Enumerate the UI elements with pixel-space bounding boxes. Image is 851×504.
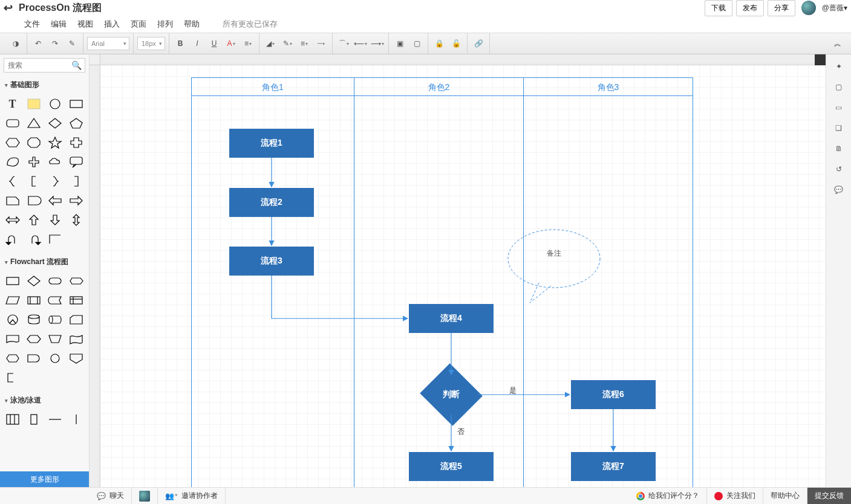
shape-callout[interactable] [67,153,86,171]
shape-plus[interactable] [24,153,44,171]
back-icon[interactable]: ↩ [4,1,13,15]
line-style-icon[interactable]: ┄ [314,36,328,51]
menu-view[interactable]: 视图 [77,19,93,30]
sl-lane-v[interactable] [24,410,44,428]
sl-sep-h[interactable] [45,410,65,428]
fc-stored[interactable] [45,291,65,309]
shape-brace-r[interactable] [45,172,65,190]
fc-direct[interactable] [45,311,65,329]
comment-icon[interactable]: 💬 [833,184,845,196]
page-icon[interactable]: 🗎 [833,143,845,155]
swimlane-3-header[interactable]: 角色3 [524,78,693,96]
more-shapes-button[interactable]: 更多图形 [0,471,89,487]
menu-arrange[interactable]: 排列 [157,19,173,30]
layers-icon[interactable]: ❏ [833,122,845,134]
shape-triangle[interactable] [24,114,44,132]
shape-arrow-ud[interactable] [67,211,86,229]
bold-icon[interactable]: B [173,36,187,51]
collapse-toolbar-icon[interactable]: ︽ [829,39,846,49]
canvas[interactable]: 角色1 角色2 角色3 流程1 流程2 流程3 流程4 判断 流程5 流程6 流… [100,65,826,487]
download-button[interactable]: 下载 [705,0,732,16]
swimlane-2-header[interactable]: 角色2 [354,78,523,96]
user-avatar[interactable] [801,1,816,15]
connector-start-icon[interactable]: ⟵ [353,36,368,51]
node-process-1[interactable]: 流程1 [229,129,314,158]
line-width-icon[interactable]: ≡ [297,36,311,51]
menu-help[interactable]: 帮助 [184,19,200,30]
node-process-5[interactable]: 流程5 [409,452,494,481]
menu-edit[interactable]: 编辑 [51,19,67,30]
shape-arrow-left[interactable] [45,192,65,210]
unlock-icon[interactable]: 🔓 [449,36,463,51]
collab-avatar[interactable] [132,488,158,504]
undo-icon[interactable]: ↶ [31,36,45,51]
fc-annot[interactable] [2,369,22,387]
publish-button[interactable]: 发布 [736,0,764,16]
share-button[interactable]: 分享 [768,0,795,16]
rate-us-link[interactable]: 给我们评个分？ [629,488,707,504]
minimap-toggle[interactable] [815,54,826,65]
sl-pool-v[interactable] [2,410,22,428]
shape-text[interactable]: T [2,95,22,113]
node-process-7[interactable]: 流程7 [571,452,656,481]
underline-icon[interactable]: U [207,36,221,51]
outline-icon[interactable]: ▢ [833,81,845,93]
history-icon[interactable]: ↺ [833,163,845,175]
font-size-select[interactable]: 18px [137,37,165,50]
navigator-icon[interactable]: ✦ [833,60,845,73]
fc-display[interactable] [67,272,86,290]
shape-roundrect[interactable] [2,114,22,132]
send-back-icon[interactable]: ▢ [409,36,424,51]
fc-predef[interactable] [24,291,44,309]
fc-tape[interactable] [67,330,86,348]
redo-icon[interactable]: ↷ [48,36,62,51]
node-process-2[interactable]: 流程2 [229,188,314,217]
font-color-icon[interactable]: A [224,36,238,51]
shape-cloud[interactable] [45,153,65,171]
swimlane-1-header[interactable]: 角色1 [192,78,354,96]
shape-bracket-r[interactable] [67,172,86,190]
fc-loop[interactable] [2,349,22,367]
shape-arrow-down[interactable] [45,211,65,229]
text-align-icon[interactable]: ≡ [241,36,255,51]
shape-brace-l[interactable] [2,172,22,190]
fc-document[interactable] [2,330,22,348]
insert-shape-icon[interactable]: ◑ [8,36,23,51]
shape-bracket-l[interactable] [24,172,44,190]
node-decision[interactable]: 判断 [424,373,478,416]
shape-octagon[interactable] [24,134,44,152]
search-icon[interactable]: 🔍 [71,60,82,70]
shape-note[interactable] [24,95,44,113]
fc-data[interactable] [2,291,22,309]
format-painter-icon[interactable]: ✎ [65,36,79,51]
connector-end-icon[interactable]: ⟶ [370,36,385,51]
line-color-icon[interactable]: ✎ [280,36,295,51]
fc-database[interactable] [24,311,44,329]
shape-drop[interactable] [24,192,44,210]
fc-seq[interactable] [2,311,22,329]
fc-connector[interactable] [45,349,65,367]
help-center-link[interactable]: 帮助中心 [763,488,807,504]
shape-hexagon[interactable] [2,134,22,152]
chat-button[interactable]: 💬 聊天 [90,488,132,504]
bring-front-icon[interactable]: ▣ [393,36,407,51]
fill-color-icon[interactable]: ◢ [263,36,278,51]
note-callout[interactable]: 备注 [506,225,602,292]
frame-icon[interactable]: ▭ [833,102,845,114]
link-icon[interactable]: 🔗 [471,36,486,51]
shape-pentagon[interactable] [67,114,86,132]
menu-insert[interactable]: 插入 [104,19,120,30]
feedback-button[interactable]: 提交反馈 [807,488,851,504]
node-process-4[interactable]: 流程4 [409,304,494,333]
node-process-3[interactable]: 流程3 [229,247,314,276]
shape-star[interactable] [45,134,65,152]
shape-arrow-up[interactable] [24,211,44,229]
connector-curve-icon[interactable]: ⌒ [336,36,351,51]
fc-delay[interactable] [24,349,44,367]
follow-us-link[interactable]: 关注我们 [707,488,763,504]
fc-decision[interactable] [24,272,44,290]
shape-cross[interactable] [67,134,86,152]
shape-uturn-r[interactable] [24,230,44,248]
category-flowchart[interactable]: Flowchart 流程图 [0,253,89,271]
shape-rect[interactable] [67,95,86,113]
